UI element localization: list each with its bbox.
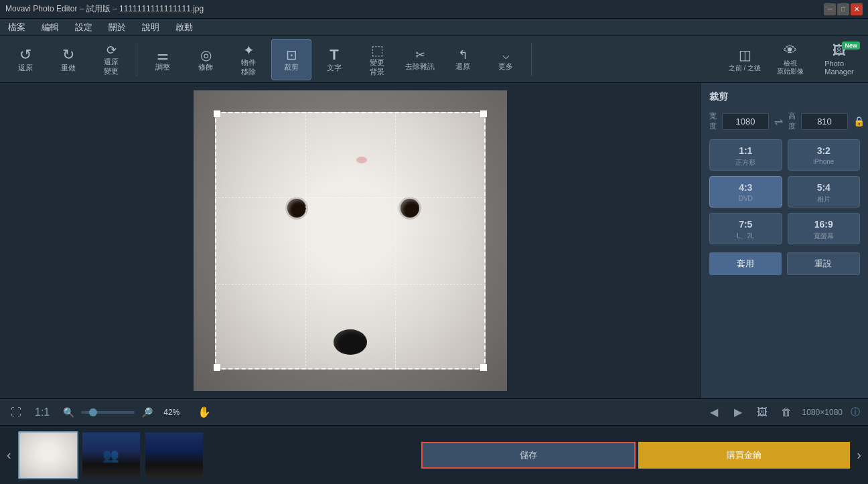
adjust-label: 調整 bbox=[155, 63, 170, 72]
title-bar: Movavi Photo Editor – 試用版 – 111111111111… bbox=[0, 0, 868, 19]
ratio-grid: 1:1 正方形 3:2 iPhone 4:3 DVD 5:4 相片 7:5 L、… bbox=[709, 139, 860, 244]
filmstrip-item-1[interactable] bbox=[18, 431, 78, 479]
object-remove-button[interactable]: ✦ 物件移除 bbox=[228, 39, 269, 80]
image-icon: 🖼 bbox=[754, 405, 770, 420]
zoom-slider[interactable] bbox=[81, 411, 135, 414]
restore-icon: ⟳ bbox=[106, 44, 117, 56]
more-label: 更多 bbox=[498, 62, 513, 71]
zoom-in-button[interactable]: 🔎 bbox=[139, 406, 155, 419]
maximize-button[interactable]: □ bbox=[837, 3, 849, 15]
ratio-3-2-value: 3:2 bbox=[817, 145, 830, 156]
crop-button[interactable]: ⊡ 裁剪 bbox=[271, 39, 311, 80]
redo-label: 重做 bbox=[61, 64, 76, 72]
canvas-area[interactable] bbox=[0, 83, 701, 398]
change-bg-button[interactable]: ⬚ 變更背景 bbox=[357, 39, 397, 80]
info-icon[interactable]: ⓘ bbox=[851, 406, 860, 418]
ratio-7-5-value: 7:5 bbox=[739, 219, 752, 230]
ratio-7-5-name: L、2L bbox=[737, 232, 755, 241]
hand-tool-button[interactable]: ✋ bbox=[195, 404, 214, 420]
delete-button[interactable]: 🗑 bbox=[778, 405, 794, 420]
filmstrip-item-2[interactable]: 👥 bbox=[81, 431, 141, 479]
dimensions-row: 寬度 ⇌ 高度 🔒 bbox=[709, 111, 860, 131]
redo-button[interactable]: ↻ 重做 bbox=[48, 39, 88, 80]
prev-frame-button[interactable]: ◀ bbox=[706, 404, 722, 420]
fullscreen-button[interactable]: ⛶ bbox=[8, 405, 24, 420]
menu-file[interactable]: 檔案 bbox=[5, 20, 28, 35]
ratio-4-3[interactable]: 4:3 DVD bbox=[709, 176, 782, 208]
crop-icon: ⊡ bbox=[286, 48, 297, 62]
toolbar: ↺ 返原 ↻ 重做 ⟳ 還原變更 ⚌ 調整 ◎ 修飾 ✦ 物件移除 ⊡ 裁剪 T… bbox=[0, 36, 868, 83]
next-frame-button[interactable]: ▶ bbox=[730, 404, 746, 420]
restore2-icon: ↰ bbox=[458, 49, 468, 61]
undo-label: 返原 bbox=[18, 64, 33, 72]
save-button[interactable]: 儲存 bbox=[421, 442, 636, 469]
retouch-button[interactable]: ◎ 修飾 bbox=[186, 39, 226, 80]
lock-icon[interactable]: 🔒 bbox=[853, 116, 865, 127]
restore-label: 還原變更 bbox=[104, 58, 119, 75]
close-button[interactable]: ✕ bbox=[851, 3, 863, 15]
crop-line-v2 bbox=[395, 112, 396, 370]
minimize-button[interactable]: ─ bbox=[824, 3, 836, 15]
buy-button[interactable]: 購買金鑰 bbox=[638, 442, 850, 469]
zoom-1-1-button[interactable]: 1:1 bbox=[32, 405, 52, 420]
filmstrip-thumb-3 bbox=[145, 432, 203, 478]
restore-button[interactable]: ⟳ 還原變更 bbox=[91, 39, 131, 80]
ratio-16-9[interactable]: 16:9 寬螢幕 bbox=[788, 213, 861, 244]
adjust-button[interactable]: ⚌ 調整 bbox=[143, 39, 183, 80]
ratio-5-4[interactable]: 5:4 相片 bbox=[788, 176, 861, 208]
toolbar-separator-2 bbox=[531, 43, 532, 76]
crop-line-v1 bbox=[305, 112, 306, 370]
crop-overlay-left bbox=[194, 112, 215, 370]
crop-overlay-top bbox=[194, 90, 507, 112]
photo-manager-button[interactable]: New 🖼 PhotoManager bbox=[816, 39, 863, 80]
menu-settings[interactable]: 設定 bbox=[72, 20, 95, 35]
menu-help[interactable]: 說明 bbox=[139, 20, 162, 35]
ratio-5-4-value: 5:4 bbox=[817, 182, 830, 193]
menu-about[interactable]: 關於 bbox=[106, 20, 129, 35]
photo-manager-label: PhotoManager bbox=[824, 60, 853, 76]
crop-handle-top-right[interactable] bbox=[480, 110, 487, 117]
height-input[interactable] bbox=[801, 113, 848, 130]
link-icon[interactable]: ⇌ bbox=[774, 115, 783, 128]
before-after-button[interactable]: ◫ 之前 / 之後 bbox=[725, 39, 765, 80]
menu-edit[interactable]: 編輯 bbox=[39, 20, 62, 35]
toolbar-separator-1 bbox=[137, 43, 137, 76]
retouch-icon: ◎ bbox=[200, 48, 212, 62]
filmstrip-next[interactable]: › bbox=[853, 445, 865, 465]
filmstrip-item-3[interactable] bbox=[144, 431, 204, 479]
ratio-3-2[interactable]: 3:2 iPhone bbox=[788, 139, 861, 171]
zoom-out-button[interactable]: 🔍 bbox=[60, 406, 77, 419]
filmstrip-prev[interactable]: ‹ bbox=[3, 445, 15, 465]
crop-handle-top-left[interactable] bbox=[214, 110, 220, 117]
zoom-slider-container: 🔍 🔎 bbox=[60, 406, 155, 419]
ratio-5-4-name: 相片 bbox=[817, 195, 830, 204]
ratio-1-1-value: 1:1 bbox=[739, 145, 752, 156]
zoom-value: 42% bbox=[163, 408, 187, 417]
width-input[interactable] bbox=[722, 113, 769, 130]
right-tool-group: ◫ 之前 / 之後 👁 檢視原始影像 New 🖼 PhotoManager bbox=[725, 39, 863, 80]
ratio-7-5[interactable]: 7:5 L、2L bbox=[709, 213, 782, 244]
crop-label: 裁剪 bbox=[284, 63, 299, 72]
filmstrip-thumb-1 bbox=[19, 432, 77, 478]
remove-noise-button[interactable]: ✂ 去除雜訊 bbox=[400, 39, 440, 80]
undo-button[interactable]: ↺ 返原 bbox=[5, 39, 46, 80]
remove-noise-label: 去除雜訊 bbox=[405, 62, 435, 71]
crop-overlay-bottom bbox=[194, 370, 507, 391]
text-button[interactable]: T 文字 bbox=[314, 39, 354, 80]
crop-line-h1 bbox=[215, 197, 486, 198]
action-row: 套用 重設 bbox=[709, 252, 860, 275]
object-remove-icon: ✦ bbox=[243, 44, 255, 57]
main-area: 裁剪 寬度 ⇌ 高度 🔒 1:1 正方形 3:2 iPhone 4:3 DVD bbox=[0, 83, 868, 398]
restore2-button[interactable]: ↰ 還原 bbox=[443, 39, 483, 80]
preview-button[interactable]: 👁 檢視原始影像 bbox=[770, 39, 810, 80]
restore2-label: 還原 bbox=[455, 62, 470, 71]
menu-activate[interactable]: 啟動 bbox=[173, 20, 196, 35]
reset-button[interactable]: 重設 bbox=[787, 252, 861, 275]
image-container bbox=[194, 90, 507, 391]
apply-button[interactable]: 套用 bbox=[709, 252, 782, 275]
ratio-1-1[interactable]: 1:1 正方形 bbox=[709, 139, 782, 171]
more-button[interactable]: ⌵ 更多 bbox=[486, 39, 526, 80]
crop-handle-bottom-left[interactable] bbox=[214, 364, 220, 371]
before-after-label: 之前 / 之後 bbox=[729, 64, 761, 72]
crop-handle-bottom-right[interactable] bbox=[480, 364, 487, 371]
